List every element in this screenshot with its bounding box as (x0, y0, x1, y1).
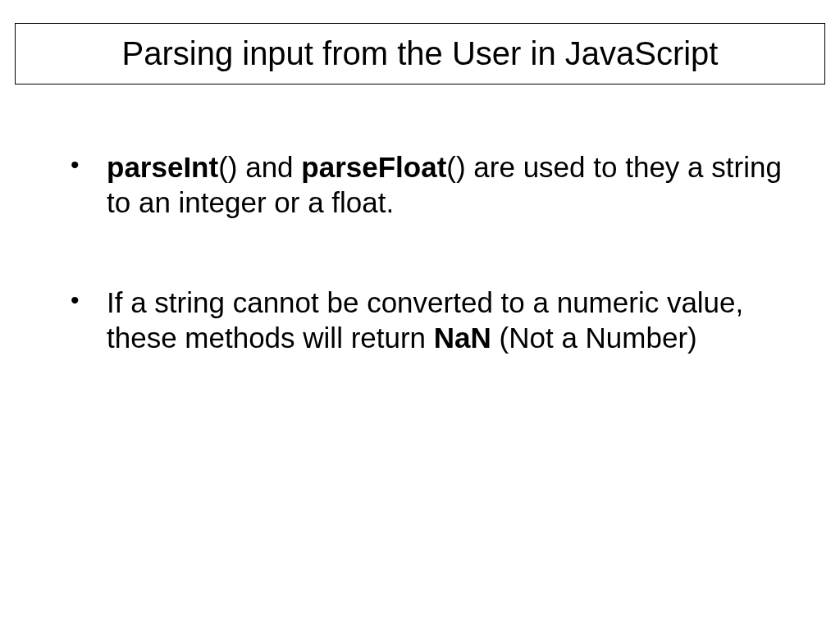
list-item: parseInt() and parseFloat() are used to … (71, 150, 784, 220)
bullet-list: parseInt() and parseFloat() are used to … (71, 150, 784, 356)
text-span: parseFloat (301, 151, 446, 183)
text-span: NaN (434, 322, 491, 354)
list-item: If a string cannot be converted to a num… (71, 285, 784, 355)
text-span: () and (218, 151, 301, 183)
text-span: (Not a Number) (491, 322, 697, 354)
text-span: parseInt (107, 151, 218, 183)
slide-content: parseInt() and parseFloat() are used to … (15, 84, 825, 356)
slide-title: Parsing input from the User in JavaScrip… (15, 23, 825, 84)
